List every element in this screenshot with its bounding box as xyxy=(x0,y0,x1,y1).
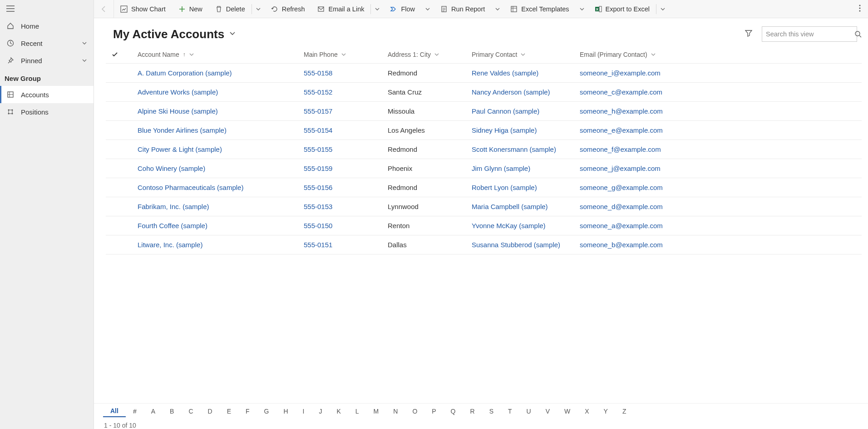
contact-link[interactable]: Sidney Higa (sample) xyxy=(472,126,537,134)
nav-recent[interactable]: Recent xyxy=(0,35,94,52)
account-name-link[interactable]: Alpine Ski House (sample) xyxy=(138,107,218,115)
phone-link[interactable]: 555-0157 xyxy=(304,107,332,115)
alpha-filter-d[interactable]: D xyxy=(201,406,220,417)
email-link-button[interactable]: Email a Link xyxy=(311,0,370,18)
select-all-checkbox[interactable] xyxy=(106,51,124,58)
run-report-button[interactable]: Run Report xyxy=(434,0,491,18)
contact-link[interactable]: Nancy Anderson (sample) xyxy=(472,88,550,96)
contact-link[interactable]: Maria Campbell (sample) xyxy=(472,203,548,210)
table-row[interactable]: Blue Yonder Airlines (sample) 555-0154 L… xyxy=(106,121,862,140)
templates-split[interactable] xyxy=(576,0,588,18)
contact-link[interactable]: Yvonne McKay (sample) xyxy=(472,222,546,229)
phone-link[interactable]: 555-0151 xyxy=(304,241,332,249)
flow-split[interactable] xyxy=(421,0,434,18)
phone-link[interactable]: 555-0152 xyxy=(304,88,332,96)
filter-button[interactable] xyxy=(742,26,755,42)
alpha-filter-o[interactable]: O xyxy=(405,406,424,417)
export-split[interactable] xyxy=(656,0,669,18)
alpha-filter-k[interactable]: K xyxy=(329,406,348,417)
alpha-filter-x[interactable]: X xyxy=(577,406,596,417)
nav-positions[interactable]: Positions xyxy=(0,103,94,120)
column-header-city[interactable]: Address 1: City xyxy=(388,51,472,58)
table-row[interactable]: Fabrikam, Inc. (sample) 555-0153 Lynnwoo… xyxy=(106,197,862,216)
phone-link[interactable]: 555-0158 xyxy=(304,69,332,77)
account-name-link[interactable]: Coho Winery (sample) xyxy=(138,165,205,172)
alpha-filter-n[interactable]: N xyxy=(386,406,405,417)
alpha-filter-t[interactable]: T xyxy=(501,406,519,417)
email-link[interactable]: someone_j@example.com xyxy=(580,165,661,172)
alpha-filter-all[interactable]: All xyxy=(103,405,126,417)
table-row[interactable]: Contoso Pharmaceuticals (sample) 555-015… xyxy=(106,178,862,197)
alpha-filter-s[interactable]: S xyxy=(482,406,501,417)
email-link[interactable]: someone_c@example.com xyxy=(580,88,662,96)
account-name-link[interactable]: Fourth Coffee (sample) xyxy=(138,222,207,229)
table-row[interactable]: Alpine Ski House (sample) 555-0157 Misso… xyxy=(106,102,862,121)
nav-home[interactable]: Home xyxy=(0,17,94,35)
phone-link[interactable]: 555-0156 xyxy=(304,184,332,191)
email-link[interactable]: someone_i@example.com xyxy=(580,69,661,77)
contact-link[interactable]: Paul Cannon (sample) xyxy=(472,107,539,115)
show-chart-button[interactable]: Show Chart xyxy=(114,0,172,18)
contact-link[interactable]: Susanna Stubberod (sample) xyxy=(472,241,560,249)
alpha-filter-f[interactable]: F xyxy=(238,406,257,417)
contact-link[interactable]: Rene Valdes (sample) xyxy=(472,69,538,77)
column-header-contact[interactable]: Primary Contact xyxy=(472,51,580,58)
alpha-filter-l[interactable]: L xyxy=(348,406,366,417)
new-button[interactable]: New xyxy=(172,0,209,18)
email-link[interactable]: someone_f@example.com xyxy=(580,145,661,153)
table-row[interactable]: Coho Winery (sample) 555-0159 Phoenix Ji… xyxy=(106,159,862,178)
alpha-filter-#[interactable]: # xyxy=(126,406,144,417)
contact-link[interactable]: Jim Glynn (sample) xyxy=(472,165,530,172)
alpha-filter-j[interactable]: J xyxy=(311,406,329,417)
account-name-link[interactable]: A. Datum Corporation (sample) xyxy=(138,69,232,77)
view-title-dropdown[interactable]: My Active Accounts xyxy=(113,27,236,41)
alpha-filter-q[interactable]: Q xyxy=(444,406,463,417)
alpha-filter-z[interactable]: Z xyxy=(615,406,634,417)
table-row[interactable]: Adventure Works (sample) 555-0152 Santa … xyxy=(106,83,862,102)
account-name-link[interactable]: Litware, Inc. (sample) xyxy=(138,241,202,249)
email-link[interactable]: someone_e@example.com xyxy=(580,126,663,134)
email-link[interactable]: someone_a@example.com xyxy=(580,222,663,229)
alpha-filter-r[interactable]: R xyxy=(463,406,482,417)
email-link[interactable]: someone_g@example.com xyxy=(580,184,663,191)
account-name-link[interactable]: Adventure Works (sample) xyxy=(138,88,218,96)
search-box[interactable] xyxy=(762,26,857,42)
alpha-filter-g[interactable]: G xyxy=(257,406,276,417)
alpha-filter-m[interactable]: M xyxy=(366,406,386,417)
column-header-email[interactable]: Email (Primary Contact) xyxy=(580,51,862,58)
back-button[interactable] xyxy=(94,0,114,18)
table-row[interactable]: Fourth Coffee (sample) 555-0150 Renton Y… xyxy=(106,216,862,235)
alpha-filter-y[interactable]: Y xyxy=(597,406,615,417)
excel-templates-button[interactable]: Excel Templates xyxy=(504,0,575,18)
export-excel-button[interactable]: X Export to Excel xyxy=(588,0,656,18)
alpha-filter-i[interactable]: I xyxy=(296,406,312,417)
email-split[interactable] xyxy=(371,0,384,18)
delete-button[interactable]: Delete xyxy=(209,0,252,18)
search-input[interactable] xyxy=(766,30,852,38)
overflow-button[interactable] xyxy=(854,5,865,14)
alpha-filter-w[interactable]: W xyxy=(557,406,577,417)
column-header-name[interactable]: Account Name ↑ xyxy=(124,51,304,58)
alpha-filter-e[interactable]: E xyxy=(220,406,238,417)
delete-split[interactable] xyxy=(252,0,265,18)
account-name-link[interactable]: Contoso Pharmaceuticals (sample) xyxy=(138,184,243,191)
alpha-filter-u[interactable]: U xyxy=(519,406,538,417)
report-split[interactable] xyxy=(491,0,504,18)
alpha-filter-p[interactable]: P xyxy=(424,406,443,417)
hamburger-button[interactable] xyxy=(0,0,94,17)
phone-link[interactable]: 555-0155 xyxy=(304,145,332,153)
alpha-filter-a[interactable]: A xyxy=(144,406,163,417)
alpha-filter-c[interactable]: C xyxy=(181,406,200,417)
refresh-button[interactable]: Refresh xyxy=(265,0,311,18)
table-row[interactable]: City Power & Light (sample) 555-0155 Red… xyxy=(106,140,862,159)
phone-link[interactable]: 555-0153 xyxy=(304,203,332,210)
alpha-filter-v[interactable]: V xyxy=(538,406,557,417)
email-link[interactable]: someone_d@example.com xyxy=(580,203,663,210)
table-row[interactable]: A. Datum Corporation (sample) 555-0158 R… xyxy=(106,64,862,83)
phone-link[interactable]: 555-0154 xyxy=(304,126,332,134)
flow-button[interactable]: Flow xyxy=(384,0,421,18)
email-link[interactable]: someone_b@example.com xyxy=(580,241,663,249)
contact-link[interactable]: Scott Konersmann (sample) xyxy=(472,145,556,153)
phone-link[interactable]: 555-0159 xyxy=(304,165,332,172)
alpha-filter-b[interactable]: B xyxy=(163,406,181,417)
